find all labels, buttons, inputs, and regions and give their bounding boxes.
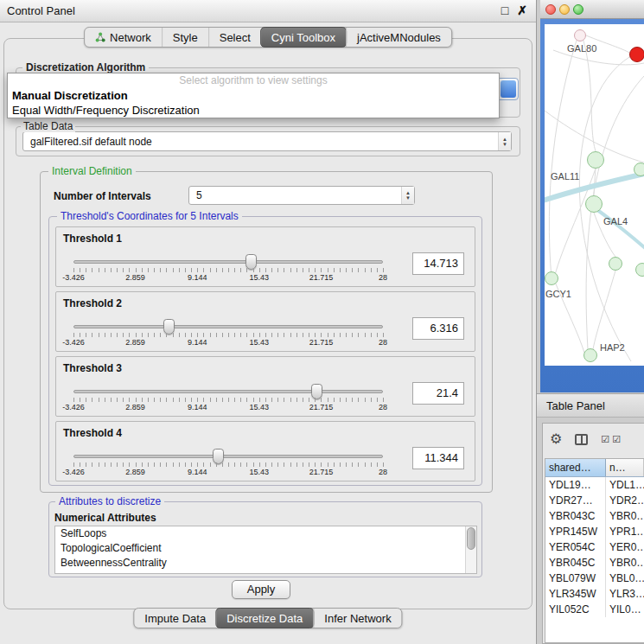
table-data-combo-value: galFiltered.sif default node xyxy=(23,136,498,148)
threshold-slider[interactable] xyxy=(73,260,383,264)
thresholds-container: Threshold 1-3.4262.8599.14415.4321.71528… xyxy=(55,226,475,486)
scrollbar-thumb[interactable] xyxy=(467,527,475,550)
threshold-slider[interactable] xyxy=(73,390,383,393)
columns-icon[interactable] xyxy=(575,434,588,445)
dropdown-placeholder: Select algorithm to view settings xyxy=(8,73,499,88)
numerical-attributes-label: Numerical Attributes xyxy=(54,512,156,524)
dropdown-option[interactable]: Equal Width/Frequency Discretization xyxy=(8,103,499,118)
network-node[interactable] xyxy=(574,29,586,41)
threshold-box: Threshold 2-3.4262.8599.14415.4321.71528… xyxy=(55,291,475,352)
attribute-list-item[interactable]: SelfLoops xyxy=(55,526,476,541)
tab-label: Infer Network xyxy=(324,612,391,625)
network-node[interactable] xyxy=(634,163,644,176)
minimize-traffic-icon[interactable] xyxy=(559,4,570,15)
table-row[interactable]: YIL052CYIL0… xyxy=(545,602,644,617)
gear-icon[interactable]: ⚙ xyxy=(550,432,562,446)
scale-tick-label: -3.426 xyxy=(62,338,85,347)
minimize-icon[interactable]: □ xyxy=(501,3,508,17)
column-header[interactable]: shared… xyxy=(545,459,606,476)
tab-infer-network[interactable]: Infer Network xyxy=(313,609,401,628)
zoom-traffic-icon[interactable] xyxy=(573,4,583,15)
tab-impute-data[interactable]: Impute Data xyxy=(134,609,216,628)
scale-tick-label: 28 xyxy=(379,468,387,476)
table-cell: YER0… xyxy=(606,539,644,555)
slider-scale: -3.4262.8599.14415.4321.71528 xyxy=(73,273,383,284)
checkbox-icons[interactable]: ☑☑ xyxy=(601,434,623,445)
scale-tick-label: 21.715 xyxy=(309,338,334,347)
attribute-list-item[interactable]: TopologicalCoefficient xyxy=(55,541,476,556)
network-node[interactable] xyxy=(587,151,604,169)
tab-cyni-toolbox[interactable]: Cyni Toolbox xyxy=(260,27,347,48)
close-traffic-icon[interactable] xyxy=(545,4,556,15)
slider-scale: -3.4262.8599.14415.4321.71528 xyxy=(73,468,383,478)
table-row[interactable]: YLR345WYLR3… xyxy=(545,586,644,602)
scale-tick-label: 15.43 xyxy=(250,273,270,282)
table-cell: YBR0… xyxy=(606,555,644,571)
tab-network[interactable]: Network xyxy=(85,28,162,47)
combo-dropdown-button[interactable] xyxy=(501,80,516,98)
table-cell: YBR045C xyxy=(545,555,606,571)
threshold-value-field[interactable]: 21.4 xyxy=(412,382,464,405)
threshold-slider[interactable] xyxy=(73,455,383,458)
tab-discretize-data[interactable]: Discretize Data xyxy=(215,608,314,628)
scale-tick-label: 15.43 xyxy=(250,403,270,411)
network-node[interactable] xyxy=(609,257,622,271)
table-row[interactable]: YBR043CYBR0… xyxy=(545,508,644,524)
tab-jactivemnodules[interactable]: jActiveMNodules xyxy=(346,28,451,47)
table-cell: YDL19… xyxy=(545,477,606,493)
network-node[interactable] xyxy=(629,47,644,62)
table-cell: YER054C xyxy=(545,539,606,555)
table-data-combo[interactable]: galFiltered.sif default node ▲ ▼ xyxy=(22,131,512,151)
tab-label: Style xyxy=(173,31,198,44)
attribute-list-item[interactable]: BetweennessCentrality xyxy=(55,556,476,571)
threshold-value-field[interactable]: 14.713 xyxy=(412,252,464,275)
table-row[interactable]: YBL079WYBL0… xyxy=(545,571,644,586)
number-of-intervals-combo[interactable]: 5 ▲ ▼ xyxy=(188,186,415,205)
scale-tick-label: 9.144 xyxy=(188,338,207,347)
node-label: GAL80 xyxy=(567,43,596,54)
table-row[interactable]: YPR145WYPR1… xyxy=(545,524,644,539)
scale-tick-label: 9.144 xyxy=(188,273,207,282)
threshold-value-field[interactable]: 11.344 xyxy=(412,447,464,469)
scale-tick-label: 28 xyxy=(379,403,387,411)
tab-select[interactable]: Select xyxy=(208,28,261,47)
table-row[interactable]: YDL19…YDL1… xyxy=(545,477,644,493)
slider-ticks xyxy=(73,333,384,337)
threshold-box: Threshold 3-3.4262.8599.14415.4321.71528… xyxy=(55,356,475,417)
table-row[interactable]: YBR045CYBR0… xyxy=(545,555,644,571)
threshold-value-field[interactable]: 6.316 xyxy=(412,317,464,340)
table-cell: YBL079W xyxy=(545,571,606,586)
algorithm-dropdown-popup: Select algorithm to view settings Manual… xyxy=(7,73,500,118)
table-cell: YBL0… xyxy=(606,571,644,586)
combo-arrows-icon[interactable]: ▲ ▼ xyxy=(498,132,511,150)
scale-tick-label: 28 xyxy=(379,273,387,282)
network-canvas[interactable]: GAL80GAL11GAL4GCY1HAP2 xyxy=(545,24,644,366)
table-data-label: Table Data xyxy=(21,120,75,132)
apply-button[interactable]: Apply xyxy=(232,580,290,599)
close-icon[interactable]: ✗ xyxy=(517,3,527,17)
number-of-intervals-value: 5 xyxy=(189,189,401,201)
tab-style[interactable]: Style xyxy=(162,28,208,47)
table-cell: YDR27… xyxy=(545,493,606,508)
table-cell: YBR0… xyxy=(606,508,644,524)
network-node[interactable] xyxy=(583,348,597,362)
attributes-list[interactable]: SelfLoopsTopologicalCoefficientBetweenne… xyxy=(54,526,477,574)
table-panel-window: ⚙ ☑☑ shared…n… YDL19…YDL1…YDR27…YDR2…YBR… xyxy=(542,423,644,644)
table-panel-title: Table Panel xyxy=(546,399,605,412)
table-row[interactable]: YER054CYER0… xyxy=(545,539,644,555)
node-table: shared…n… YDL19…YDL1…YDR27…YDR2…YBR043CY… xyxy=(545,458,644,643)
network-view-window: GAL80GAL11GAL4GCY1HAP2 xyxy=(540,0,644,392)
network-node[interactable] xyxy=(635,263,644,277)
table-cell: YDR2… xyxy=(606,493,644,508)
combo-arrows-icon[interactable]: ▲ ▼ xyxy=(401,187,414,204)
window-title: Control Panel xyxy=(7,4,75,17)
threshold-slider[interactable] xyxy=(73,325,383,328)
column-header[interactable]: n… xyxy=(606,459,644,476)
network-node[interactable] xyxy=(545,271,558,285)
network-node[interactable] xyxy=(585,195,603,213)
scale-tick-label: 2.859 xyxy=(125,468,145,476)
dropdown-option[interactable]: Manual Discretization xyxy=(8,88,499,103)
table-row[interactable]: YDR27…YDR2… xyxy=(545,493,644,508)
scale-tick-label: -3.426 xyxy=(62,273,85,282)
scrollbar[interactable] xyxy=(465,526,476,573)
